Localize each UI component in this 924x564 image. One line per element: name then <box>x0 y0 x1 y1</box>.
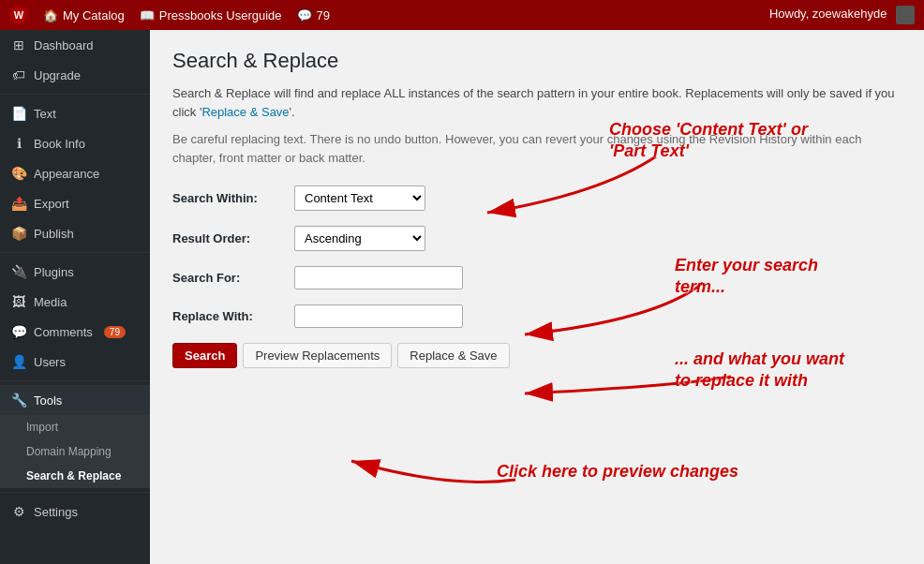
sidebar-item-users-label: Users <box>34 355 66 369</box>
book-title-label: Pressbooks Userguide <box>159 8 282 22</box>
comments-count-label: 79 <box>317 8 330 22</box>
sidebar-divider-2 <box>0 252 150 253</box>
main-content: Search & Replace Search & Replace will f… <box>150 30 924 564</box>
media-icon: 🖼 <box>11 294 26 309</box>
sidebar-item-media-label: Media <box>34 295 67 309</box>
sidebar-item-book-info[interactable]: ℹ Book Info <box>0 128 150 158</box>
replace-with-input[interactable] <box>294 304 463 328</box>
sidebar-item-tools[interactable]: 🔧 Tools <box>0 385 150 415</box>
sidebar-divider-4 <box>0 492 150 493</box>
wp-logo: W <box>9 6 28 24</box>
sidebar-item-tools-label: Tools <box>34 393 62 408</box>
callout-click-preview: Click here to preview changes <box>497 461 768 482</box>
submenu-import[interactable]: Import <box>0 415 150 439</box>
comments-icon: 💬 <box>11 324 26 339</box>
sidebar-item-comments[interactable]: 💬 Comments 79 <box>0 317 150 347</box>
text-icon: 📄 <box>11 106 26 121</box>
button-row: Search Preview Replacements Replace & Sa… <box>172 343 902 368</box>
top-bar-right: Howdy, zoewakehyde <box>769 6 915 24</box>
search-within-row: Search Within: Content Text Part Text <box>172 186 902 211</box>
sidebar-item-upgrade[interactable]: 🏷 Upgrade <box>0 60 150 90</box>
book-icon: 📖 <box>140 8 155 22</box>
search-button[interactable]: Search <box>172 343 237 368</box>
user-avatar[interactable] <box>896 6 915 24</box>
warning-text: Be careful replacing text. There is no u… <box>172 130 902 167</box>
sidebar-item-settings-label: Settings <box>34 505 78 519</box>
sidebar-item-text[interactable]: 📄 Text <box>0 98 150 128</box>
sidebar-item-text-label: Text <box>34 107 56 121</box>
appearance-icon: 🎨 <box>11 166 26 181</box>
sidebar-item-export-label: Export <box>34 197 69 211</box>
top-bar-left: W 🏠 My Catalog 📖 Pressbooks Userguide 💬 … <box>9 6 754 24</box>
book-title-link[interactable]: 📖 Pressbooks Userguide <box>140 8 282 22</box>
result-order-select[interactable]: Ascending Descending <box>294 226 425 251</box>
result-order-label: Result Order: <box>172 231 294 245</box>
search-for-row: Search For: <box>172 266 902 289</box>
sidebar-divider-1 <box>0 94 150 95</box>
sidebar-item-upgrade-label: Upgrade <box>34 68 81 82</box>
tools-submenu: Import Domain Mapping Search & Replace <box>0 415 150 488</box>
page-title: Search & Replace <box>172 49 902 73</box>
settings-icon: ⚙ <box>11 504 26 519</box>
comment-icon: 💬 <box>297 8 312 22</box>
sidebar-item-book-info-label: Book Info <box>34 137 85 151</box>
sidebar-item-export[interactable]: 📤 Export <box>0 188 150 218</box>
domain-mapping-label: Domain Mapping <box>26 445 112 458</box>
description-text: Search & Replace will find and replace A… <box>172 84 902 121</box>
sidebar-item-publish-label: Publish <box>34 227 74 241</box>
howdy-label: Howdy, zoewakehyde <box>769 7 887 21</box>
sidebar: ⊞ Dashboard 🏷 Upgrade 📄 Text ℹ Book Info… <box>0 30 150 564</box>
result-order-row: Result Order: Ascending Descending <box>172 226 902 251</box>
tools-icon: 🔧 <box>11 393 26 408</box>
sidebar-item-plugins-label: Plugins <box>34 265 74 279</box>
search-within-label: Search Within: <box>172 191 294 205</box>
comments-link[interactable]: 💬 79 <box>297 8 330 22</box>
book-info-icon: ℹ <box>11 136 26 151</box>
export-icon: 📤 <box>11 196 26 211</box>
search-for-label: Search For: <box>172 271 294 285</box>
sidebar-item-appearance[interactable]: 🎨 Appearance <box>0 158 150 188</box>
search-for-input[interactable] <box>294 266 463 289</box>
search-replace-label: Search & Replace <box>26 469 121 482</box>
submenu-search-replace[interactable]: Search & Replace <box>0 464 150 488</box>
upgrade-icon: 🏷 <box>11 67 26 82</box>
comments-badge: 79 <box>104 326 126 338</box>
sidebar-item-media[interactable]: 🖼 Media <box>0 287 150 317</box>
users-icon: 👤 <box>11 354 26 369</box>
replace-with-label: Replace With: <box>172 309 294 323</box>
sidebar-item-publish[interactable]: 📦 Publish <box>0 218 150 248</box>
home-icon: 🏠 <box>43 8 58 22</box>
top-bar: W 🏠 My Catalog 📖 Pressbooks Userguide 💬 … <box>0 0 924 30</box>
sidebar-item-dashboard-label: Dashboard <box>34 38 94 52</box>
wp-logo-item[interactable]: W <box>9 6 28 24</box>
replace-save-button[interactable]: Replace & Save <box>397 343 509 368</box>
import-label: Import <box>26 421 58 434</box>
dashboard-icon: ⊞ <box>11 37 26 52</box>
preview-button[interactable]: Preview Replacements <box>243 343 392 368</box>
sidebar-item-comments-label: Comments <box>34 325 93 339</box>
desc-part2: '. <box>290 105 295 119</box>
sidebar-divider-3 <box>0 380 150 381</box>
my-catalog-link[interactable]: 🏠 My Catalog <box>43 8 125 22</box>
sidebar-item-users[interactable]: 👤 Users <box>0 347 150 377</box>
sidebar-item-dashboard[interactable]: ⊞ Dashboard <box>0 30 150 60</box>
sidebar-item-plugins[interactable]: 🔌 Plugins <box>0 257 150 287</box>
plugins-icon: 🔌 <box>11 264 26 279</box>
replace-with-row: Replace With: <box>172 304 902 328</box>
publish-icon: 📦 <box>11 226 26 241</box>
my-catalog-label: My Catalog <box>63 8 125 22</box>
sidebar-item-settings[interactable]: ⚙ Settings <box>0 497 150 527</box>
layout: ⊞ Dashboard 🏷 Upgrade 📄 Text ℹ Book Info… <box>0 30 924 564</box>
sidebar-item-appearance-label: Appearance <box>34 167 99 181</box>
search-within-select[interactable]: Content Text Part Text <box>294 186 425 211</box>
replace-save-link[interactable]: Replace & Save <box>201 105 289 119</box>
submenu-domain-mapping[interactable]: Domain Mapping <box>0 439 150 464</box>
